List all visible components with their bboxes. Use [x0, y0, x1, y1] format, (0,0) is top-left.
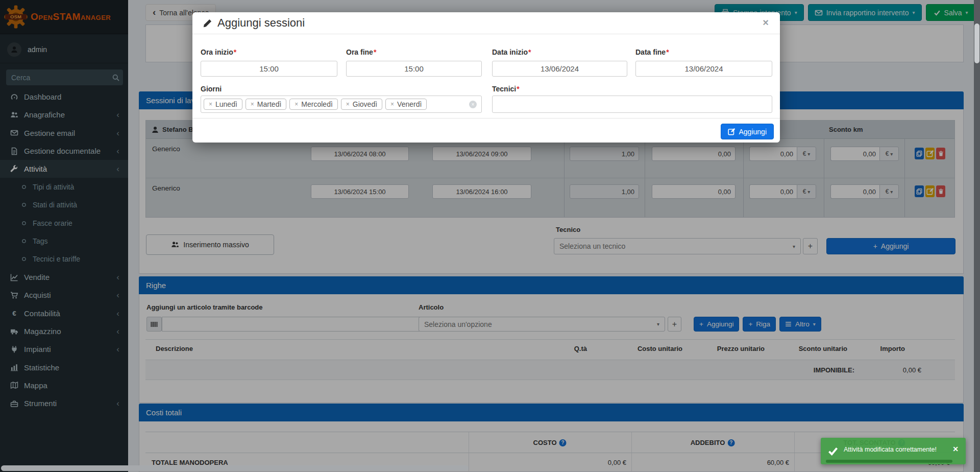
- giorni-multiselect[interactable]: ×Lunedì×Martedì×Mercoledì×Giovedì×Venerd…: [201, 96, 482, 113]
- toast-progress-bar: [826, 460, 952, 463]
- tecnici-input[interactable]: [492, 96, 772, 113]
- vertical-scrollbar-thumb[interactable]: [974, 23, 979, 63]
- tag-label: Martedì: [257, 100, 281, 108]
- success-toast: Attività modificata correttamente! ✕: [821, 438, 966, 464]
- ora-fine-input[interactable]: [346, 61, 482, 77]
- data-inizio-label: Data inizio*: [492, 48, 531, 56]
- giorni-tag-venerdi[interactable]: ×Venerdì: [385, 99, 427, 110]
- giorni-label: Giorni: [201, 85, 222, 93]
- giorni-tag-mercoledi[interactable]: ×Mercoledì: [289, 99, 337, 110]
- horizontal-scrollbar-thumb[interactable]: [1, 465, 469, 471]
- vertical-scrollbar-track: [974, 0, 980, 472]
- pencil-icon: [203, 18, 212, 28]
- ora-fine-label: Ora fine*: [346, 48, 376, 56]
- toast-close-icon[interactable]: ✕: [949, 444, 962, 454]
- tag-label: Giovedì: [353, 100, 377, 108]
- tag-label: Lunedì: [215, 100, 237, 108]
- check-icon: [827, 445, 839, 457]
- edit-square-icon: [728, 128, 736, 135]
- clear-selection-icon[interactable]: ×: [469, 101, 477, 108]
- giorni-tag-martedi[interactable]: ×Martedì: [246, 99, 286, 110]
- tag-label: Mercoledì: [301, 100, 332, 108]
- toast-message: Attività modificata correttamente!: [844, 446, 937, 453]
- modal-header: Aggiungi sessioni ×: [192, 12, 780, 34]
- data-fine-label: Data fine*: [635, 48, 669, 56]
- giorni-tag-giovedi[interactable]: ×Giovedì: [341, 99, 382, 110]
- openstamanager-app: OSM OpenSTAManager admin DashboardAnagra…: [0, 0, 980, 472]
- modal-submit-label: Aggiungi: [739, 128, 767, 136]
- giorni-tag-lunedi[interactable]: ×Lunedì: [204, 99, 242, 110]
- ora-inizio-input[interactable]: [201, 61, 337, 77]
- remove-tag-icon[interactable]: ×: [390, 101, 394, 108]
- add-sessions-modal: Aggiungi sessioni × Ora inizio* Ora fine…: [192, 12, 780, 143]
- remove-tag-icon[interactable]: ×: [346, 101, 350, 108]
- data-fine-input[interactable]: [635, 61, 772, 77]
- remove-tag-icon[interactable]: ×: [209, 101, 212, 108]
- ora-inizio-label: Ora inizio*: [201, 48, 236, 56]
- modal-submit-button[interactable]: Aggiungi: [721, 124, 774, 139]
- modal-footer-divider: [192, 118, 780, 119]
- remove-tag-icon[interactable]: ×: [295, 101, 298, 108]
- remove-tag-icon[interactable]: ×: [251, 101, 254, 108]
- tag-label: Venerdì: [397, 100, 422, 108]
- tecnici-label: Tecnici*: [492, 85, 520, 93]
- modal-close-icon[interactable]: ×: [760, 16, 772, 29]
- data-inizio-input[interactable]: [492, 61, 627, 77]
- modal-title: Aggiungi sessioni: [217, 16, 305, 30]
